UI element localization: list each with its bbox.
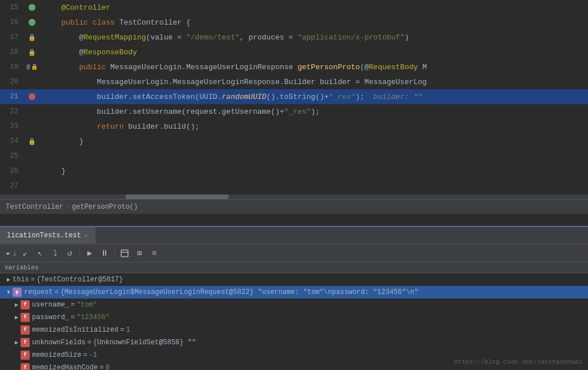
code-line-19: 19 @ 🔒 public MessageUserLogin.MessageUs… [0, 59, 588, 74]
var-name-request: request [24, 288, 53, 296]
lock-icon-18: 🔒 [28, 49, 36, 56]
pause-button[interactable]: ⏸ [98, 246, 111, 260]
icon-password: f [21, 313, 30, 322]
lock-icon-17: 🔒 [28, 34, 36, 41]
gutter-24: 🔒 [23, 138, 41, 145]
code-line-24: 24 🔒 } [0, 134, 588, 149]
variables-label: Variables [0, 262, 588, 273]
var-eq-this: = [31, 276, 35, 284]
arrow-memoized-hash [13, 364, 21, 370]
step-out-button[interactable]: ↖ [33, 246, 47, 260]
arrow-username[interactable] [13, 301, 21, 309]
var-row-memoized-init[interactable]: f memoizedIsInitialized = 1 [0, 324, 588, 336]
var-eq-memoized-init: = [120, 326, 124, 334]
debug-tab-bar: licationTests.test ✕ [0, 227, 588, 244]
breadcrumb-class: TestController [6, 203, 63, 211]
var-val-username: "tom" [77, 301, 97, 309]
line-content-17: @RequestMapping(value = "/demo/test", pr… [41, 33, 409, 42]
line-num-19: 19 [0, 63, 23, 71]
var-row-username[interactable]: f username_ = "tom" [0, 299, 588, 311]
code-line-27: 27 [0, 178, 588, 193]
line-content-25 [41, 152, 48, 161]
scrollbar-thumb[interactable] [126, 194, 229, 199]
toolbar-sep-2 [114, 248, 115, 258]
gutter-21 [23, 93, 41, 100]
code-lines: 15 @Controller 16 public class TestContr… [0, 0, 588, 193]
breadcrumb: TestController › getPersonProto() [0, 199, 588, 214]
resume-button[interactable]: ▶ [83, 246, 97, 260]
breakpoint-icon-21 [29, 93, 35, 100]
breakpoint-icon-16 [29, 19, 35, 26]
debug-panel: licationTests.test ✕ ↓ ↙ ↖ ⤵ ↺ ▶ ⏸ [0, 226, 588, 370]
code-editor: 15 @Controller 16 public class TestContr… [0, 0, 588, 226]
var-row-unknown[interactable]: f unknownFields = {UnknownFieldSet@5858}… [0, 336, 588, 349]
var-val-memoized-hash: 0 [105, 364, 109, 370]
code-line-17: 17 🔒 @RequestMapping(value = "/demo/test… [0, 30, 588, 45]
icon-memoized-hash: f [21, 363, 30, 370]
line-content-26: } [41, 167, 66, 176]
frames-button[interactable] [118, 246, 131, 260]
var-name-username: username_ [32, 301, 69, 309]
line-num-21: 21 [0, 93, 23, 101]
arrow-unknown[interactable] [13, 339, 21, 347]
code-line-22: 22 builder.setUsername(request.getUserna… [0, 104, 588, 119]
var-name-memoized-hash: memoizedHashCode [32, 364, 98, 370]
step-over-button[interactable]: ↓ [3, 246, 17, 260]
list-button[interactable]: ≡ [147, 246, 161, 260]
var-name-memoized-init: memoizedIsInitialized [32, 326, 118, 334]
main-container: 15 @Controller 16 public class TestContr… [0, 0, 588, 370]
gutter-18: 🔒 [23, 49, 41, 56]
at-icon-19: @ [26, 64, 30, 70]
watermark-text: https://blog.csdn.net/yanshaoshuai [454, 359, 582, 365]
code-line-26: 26 } [0, 164, 588, 178]
line-content-20: MessageUserLogin.MessageUserLoginRespons… [41, 78, 427, 86]
grid-button[interactable]: ⊞ [133, 246, 146, 260]
breakpoint-icon-15 [29, 4, 35, 11]
line-num-20: 20 [0, 78, 23, 86]
var-eq-username: = [71, 301, 75, 309]
step-into-button[interactable]: ↙ [18, 246, 32, 260]
var-row-this[interactable]: this = {TestController@5817} [0, 273, 588, 286]
editor-scrollbar[interactable] [0, 194, 588, 199]
gutter-16 [23, 19, 41, 26]
line-content-24: } [41, 137, 83, 146]
line-num-25: 25 [0, 152, 23, 160]
icon-request: p [13, 288, 22, 297]
line-num-22: 22 [0, 108, 23, 116]
var-name-this: this [13, 276, 29, 284]
var-val-password: "123456" [77, 313, 110, 321]
debug-tab[interactable]: licationTests.test ✕ [0, 227, 95, 244]
toolbar-sep-1 [79, 248, 80, 258]
var-val-memoized-size: -1 [89, 351, 97, 359]
reset-button[interactable]: ↺ [63, 246, 77, 260]
gutter-15 [23, 4, 41, 11]
line-content-15: @Controller [41, 3, 110, 12]
code-line-18: 18 🔒 @ResponseBody [0, 45, 588, 59]
tab-close-icon[interactable]: ✕ [85, 232, 88, 239]
arrow-this[interactable] [5, 276, 13, 284]
arrow-password[interactable] [13, 313, 21, 321]
arrow-memoized-size [13, 351, 21, 359]
var-eq-password: = [71, 313, 75, 321]
var-row-request[interactable]: p request = {MessageUserLogin$MessageUse… [0, 286, 588, 299]
run-to-cursor-button[interactable]: ⤵ [48, 246, 62, 260]
lock-icon-24: 🔒 [28, 138, 36, 145]
breadcrumb-separator: › [66, 203, 70, 211]
line-num-18: 18 [0, 48, 23, 56]
line-content-16: public class TestController { [41, 18, 190, 27]
line-num-16: 16 [0, 18, 23, 26]
icon-unknown: f [21, 338, 30, 347]
code-line-20: 20 MessageUserLogin.MessageUserLoginResp… [0, 74, 588, 89]
gutter-19: @ 🔒 [23, 63, 41, 70]
line-num-27: 27 [0, 182, 23, 190]
variables-tree[interactable]: this = {TestController@5817} p request =… [0, 273, 588, 370]
svg-rect-0 [121, 250, 128, 257]
line-content-18: @ResponseBody [41, 48, 137, 57]
var-row-password[interactable]: f password_ = "123456" [0, 311, 588, 324]
watermark: https://blog.csdn.net/yanshaoshuai [454, 359, 582, 365]
line-content-22: builder.setUsername(request.getUsername(… [41, 108, 320, 116]
gutter-17: 🔒 [23, 34, 41, 41]
arrow-request[interactable] [5, 288, 13, 296]
icon-memoized-size: f [21, 351, 30, 360]
code-line-25: 25 [0, 149, 588, 164]
